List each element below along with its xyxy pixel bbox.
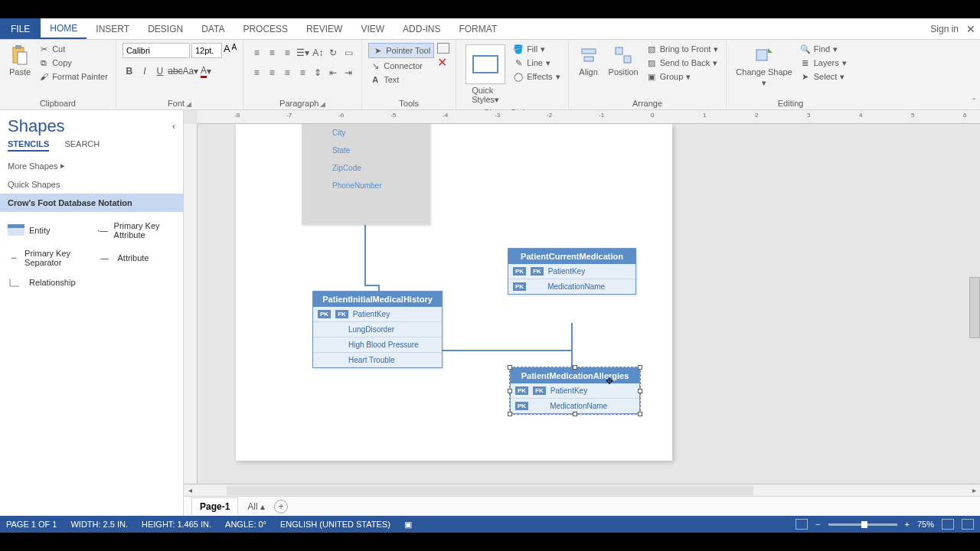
zoom-in-button[interactable]: + [905, 520, 910, 529]
italic-button[interactable]: I [138, 64, 152, 78]
tab-file[interactable]: FILE [0, 18, 41, 39]
presentation-mode-button[interactable] [795, 519, 808, 530]
font-size-select[interactable] [191, 43, 222, 58]
pointer-tool-button[interactable]: ➤Pointer Tool [368, 43, 434, 58]
underline-button[interactable]: U [153, 64, 167, 78]
send-back-button[interactable]: ▨Send to Back▾ [645, 57, 720, 69]
align-bottom-button[interactable]: ≡ [280, 46, 294, 60]
selection-handle[interactable] [638, 365, 642, 370]
font-name-select[interactable] [122, 43, 190, 58]
shape-entity[interactable]: Entity [3, 217, 92, 244]
sign-in-link[interactable]: Sign in [930, 24, 959, 34]
cut-button[interactable]: ✂Cut [37, 43, 109, 55]
tab-view[interactable]: VIEW [351, 18, 394, 39]
page-tab-1[interactable]: Page-1 [191, 497, 238, 515]
page-tab-all[interactable]: All ▴ [247, 501, 265, 512]
format-painter-button[interactable]: 🖌Format Painter [37, 70, 109, 83]
selection-handle[interactable] [508, 365, 512, 370]
increase-indent-button[interactable]: ⇥ [341, 66, 355, 80]
entity-patient-initial-history[interactable]: PatientInitialMedicalHistory PKFKPatient… [312, 291, 443, 368]
zoom-level[interactable]: 75% [917, 520, 934, 529]
shapes-pane-collapse-icon[interactable]: ‹ [172, 121, 175, 132]
align-middle-button[interactable]: ≡ [265, 46, 279, 60]
selection-handle[interactable] [508, 412, 512, 416]
increase-font-button[interactable]: A [224, 43, 230, 58]
macro-record-icon[interactable]: ▣ [404, 520, 412, 530]
tab-design[interactable]: DESIGN [139, 18, 192, 39]
text-direction-button[interactable]: A↕ [311, 46, 325, 60]
paragraph-dialog-launcher[interactable]: ◢ [320, 100, 325, 108]
fill-button[interactable]: 🪣Fill▾ [511, 43, 561, 55]
selection-handle[interactable] [573, 365, 577, 370]
tab-home[interactable]: HOME [41, 18, 87, 39]
tab-review[interactable]: REVIEW [297, 18, 351, 39]
zoom-out-button[interactable]: − [815, 520, 820, 529]
fit-page-button[interactable] [942, 519, 954, 530]
connector-tool-button[interactable]: ↘Connector [368, 60, 434, 72]
quick-styles-button[interactable]: QuickStyles▾ [462, 43, 508, 106]
pane-tab-stencils[interactable]: STENCILS [8, 139, 49, 152]
stencil-crowfoot[interactable]: Crow's Foot Database Notation [0, 194, 183, 212]
tab-process[interactable]: PROCESS [234, 18, 297, 39]
bullets-button[interactable]: ☰▾ [296, 46, 309, 60]
more-shapes-link[interactable]: More Shapes▸ [0, 156, 183, 175]
copy-button[interactable]: ⧉Copy [37, 57, 109, 69]
decrease-font-button[interactable]: A [232, 43, 237, 58]
line-button[interactable]: ✎Line▾ [511, 57, 561, 69]
entity-patient-current-med[interactable]: PatientCurrentMedication PKFKPatientKey … [508, 248, 636, 295]
collapse-ribbon-button[interactable]: ˆ [972, 97, 975, 106]
tab-insert[interactable]: INSERT [87, 18, 139, 39]
text-tool-button[interactable]: AText [368, 73, 434, 86]
decrease-indent-button[interactable]: ⇤ [326, 66, 340, 80]
shape-pk-separator[interactable]: ┄Primary Key Separator [3, 244, 92, 272]
rectangle-tool-button[interactable] [437, 43, 449, 54]
entity-patient-med-allergies[interactable]: PatientMedicationAllergies PKFKPatientKe… [510, 367, 640, 414]
align-button[interactable]: Align [575, 43, 603, 78]
selection-handle[interactable] [638, 412, 642, 416]
align-right-button[interactable]: ≡ [280, 66, 294, 80]
zoom-slider[interactable] [828, 523, 897, 526]
position-button[interactable]: Position [606, 43, 642, 78]
selection-handle[interactable] [638, 389, 642, 393]
font-color-button[interactable]: A▾ [199, 64, 213, 78]
font-dialog-launcher[interactable]: ◢ [186, 100, 191, 108]
vertical-ruler[interactable] [184, 124, 198, 484]
strike-button[interactable]: abc [168, 64, 182, 78]
shape-attribute[interactable]: —Attribute [92, 244, 181, 272]
status-language[interactable]: ENGLISH (UNITED STATES) [280, 520, 390, 529]
shape-relationship[interactable]: Relationship [3, 272, 180, 293]
tab-data[interactable]: DATA [192, 18, 234, 39]
shape-pk-attribute[interactable]: ·—Primary Key Attribute [92, 217, 181, 244]
justify-button[interactable]: ≡ [296, 66, 309, 80]
select-button[interactable]: ➤Select▾ [799, 70, 848, 83]
tab-addins[interactable]: ADD-INS [394, 18, 449, 39]
selection-handle[interactable] [573, 412, 577, 416]
close-icon[interactable]: ✕ [966, 23, 975, 35]
layers-button[interactable]: ≣Layers▾ [799, 57, 848, 69]
selection-handle[interactable] [508, 389, 512, 393]
effects-button[interactable]: ◯Effects▾ [511, 70, 561, 83]
delete-tool-button[interactable]: ✕ [437, 55, 449, 70]
find-button[interactable]: 🔍Find▾ [799, 43, 848, 55]
full-screen-button[interactable] [962, 519, 974, 530]
align-top-button[interactable]: ≡ [250, 46, 263, 60]
tab-format[interactable]: FORMAT [449, 18, 506, 39]
style-gallery[interactable] [466, 44, 505, 84]
pane-tab-search[interactable]: SEARCH [64, 139, 100, 152]
scroll-left-icon[interactable]: ◂ [184, 486, 196, 494]
text-block-button[interactable]: ▭ [341, 46, 355, 60]
align-left-button[interactable]: ≡ [250, 66, 263, 80]
paste-button[interactable]: Paste [6, 43, 34, 78]
entity-patient-partial[interactable]: City State ZipCode PhoneNumber [302, 124, 430, 225]
vertical-scrollbar[interactable] [969, 277, 980, 338]
horizontal-scrollbar[interactable]: ◂ ▸ [184, 484, 980, 496]
quick-shapes-link[interactable]: Quick Shapes [0, 175, 183, 194]
case-button[interactable]: Aa▾ [184, 64, 198, 78]
horizontal-ruler[interactable]: -8-7-6-5-4-3-2-10123456 [198, 110, 980, 124]
align-center-button[interactable]: ≡ [265, 66, 279, 80]
line-spacing-button[interactable]: ⇕ [311, 66, 325, 80]
add-page-button[interactable]: + [274, 500, 288, 514]
rotate-text-button[interactable]: ↻ [326, 46, 340, 60]
scroll-right-icon[interactable]: ▸ [968, 486, 980, 494]
change-shape-button[interactable]: Change Shape▾ [733, 43, 795, 90]
